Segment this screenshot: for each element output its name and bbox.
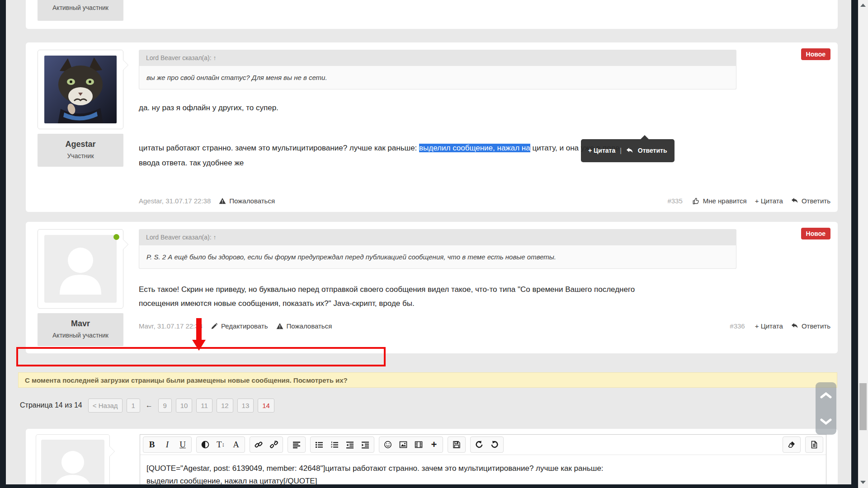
text-selection: выделил сообщение, нажал на bbox=[419, 144, 530, 152]
align-group bbox=[288, 436, 306, 453]
bold-button[interactable]: B bbox=[144, 438, 160, 451]
page-edge-right bbox=[851, 0, 858, 488]
indent-button[interactable] bbox=[358, 438, 373, 451]
unordered-list-button[interactable] bbox=[311, 438, 327, 451]
bbcode-group bbox=[805, 436, 823, 453]
username[interactable]: Agestar bbox=[40, 140, 121, 149]
alignment-button[interactable] bbox=[289, 438, 304, 451]
outdent-button[interactable] bbox=[342, 438, 358, 451]
scrollbar-thumb[interactable] bbox=[859, 383, 867, 430]
save-icon bbox=[453, 441, 461, 449]
eraser-icon bbox=[788, 441, 796, 449]
page-button-13[interactable]: 13 bbox=[237, 399, 254, 413]
quote-block: Lord Beaver сказал(а): ↑ P. S. 2 А ещё б… bbox=[139, 229, 736, 269]
scroll-down-button[interactable] bbox=[820, 418, 832, 425]
link-icon bbox=[255, 441, 263, 449]
report-link[interactable]: Пожаловаться bbox=[219, 197, 275, 205]
like-label: Мне нравится bbox=[703, 197, 747, 205]
new-messages-alert[interactable]: С момента последней загрузки страницы бы… bbox=[18, 372, 837, 388]
post-message: Lord Beaver сказал(а): ↑ P. S. 2 А ещё б… bbox=[139, 229, 830, 330]
reply-icon bbox=[791, 323, 798, 330]
editor-textarea[interactable]: [QUOTE="Agestar, post: 6139049, member: … bbox=[140, 455, 826, 484]
avatar-placeholder bbox=[41, 440, 104, 484]
pagination-ellipsis-arrow: ← bbox=[144, 401, 154, 409]
bbcode-button[interactable] bbox=[807, 438, 822, 451]
smilies-button[interactable] bbox=[380, 438, 396, 451]
quote-link[interactable]: + Цитата bbox=[755, 322, 783, 330]
scrollbar-down-icon[interactable] bbox=[860, 481, 866, 484]
annotation-arrow-shaft bbox=[196, 318, 202, 341]
insert-button[interactable]: + bbox=[426, 438, 442, 451]
current-page-button[interactable]: 14 bbox=[258, 399, 274, 413]
user-info-block: Agestar Участник bbox=[38, 134, 123, 167]
post-footer: Agestar, 31.07.17 22:38 Пожаловаться #33… bbox=[139, 197, 830, 205]
image-button[interactable] bbox=[396, 438, 411, 451]
font-family-button[interactable]: A bbox=[228, 438, 244, 451]
alignment-icon bbox=[292, 441, 301, 449]
page-button-12[interactable]: 12 bbox=[217, 399, 233, 413]
back-button[interactable]: < Назад bbox=[88, 399, 123, 413]
underline-button[interactable]: U bbox=[175, 438, 190, 451]
pencil-icon bbox=[211, 323, 218, 330]
user-column: Agestar Участник bbox=[38, 50, 123, 167]
pagination: Страница 14 из 14 < Назад 1 ← 9 10 11 12… bbox=[20, 398, 851, 413]
post-number[interactable]: #335 bbox=[667, 197, 682, 205]
reply-link[interactable]: Ответить bbox=[791, 322, 830, 330]
bubble-arrow bbox=[109, 446, 114, 456]
annotation-arrow bbox=[192, 318, 206, 351]
edit-link[interactable]: Редактировать bbox=[211, 322, 268, 330]
save-draft-button[interactable] bbox=[449, 438, 464, 451]
user-title: Участник bbox=[40, 152, 121, 160]
remove-formatting-button[interactable] bbox=[784, 438, 799, 451]
media-button[interactable] bbox=[411, 438, 426, 451]
online-indicator bbox=[113, 234, 119, 240]
unlink-button[interactable] bbox=[266, 438, 282, 451]
page-status: Страница 14 из 14 bbox=[20, 401, 82, 409]
link-button[interactable] bbox=[251, 438, 266, 451]
page-button-9[interactable]: 9 bbox=[158, 399, 172, 413]
browser-scrollbar[interactable] bbox=[858, 0, 868, 488]
quote-link[interactable]: + Цитата bbox=[755, 197, 783, 205]
post-number[interactable]: #336 bbox=[730, 322, 745, 330]
ordered-list-button[interactable] bbox=[327, 438, 342, 451]
user-column: Mavr Активный участник bbox=[38, 229, 123, 346]
tooltip-quote-button[interactable]: + Цитата bbox=[588, 143, 615, 158]
thumbs-up-icon bbox=[693, 197, 700, 205]
reply-label: Ответить bbox=[802, 322, 830, 330]
tooltip-reply-button[interactable]: Ответить bbox=[638, 143, 667, 158]
selection-tooltip: + Цитата | Ответить bbox=[581, 139, 675, 162]
report-link[interactable]: Пожаловаться bbox=[276, 322, 332, 330]
warning-icon bbox=[276, 323, 283, 330]
draft-group bbox=[448, 436, 466, 453]
post-paragraph: Есть такое! Скрин не приведу, но букваль… bbox=[139, 282, 830, 310]
reply-link[interactable]: Ответить bbox=[791, 197, 830, 205]
indent-icon bbox=[361, 441, 369, 449]
editor-avatar-frame bbox=[36, 434, 110, 484]
username[interactable]: Mavr bbox=[40, 319, 121, 328]
page-button-10[interactable]: 10 bbox=[176, 399, 193, 413]
reply-icon bbox=[626, 147, 633, 155]
new-badge: Новое bbox=[801, 48, 830, 60]
italic-button[interactable]: I bbox=[160, 438, 175, 451]
quote-header-link[interactable]: Lord Beaver сказал(а): ↑ bbox=[139, 229, 736, 245]
report-label: Пожаловаться bbox=[229, 197, 275, 205]
clean-group bbox=[783, 436, 801, 453]
quote-header-link[interactable]: Lord Beaver сказал(а): ↑ bbox=[139, 50, 736, 66]
scrollbar-up-icon[interactable] bbox=[860, 4, 866, 7]
like-link[interactable]: Мне нравится bbox=[693, 197, 747, 205]
avatar-frame bbox=[38, 229, 123, 309]
editor-toolbar: B I U T↕ A bbox=[140, 435, 826, 455]
redo-button[interactable] bbox=[487, 438, 502, 451]
annotation-arrow-head bbox=[192, 340, 206, 351]
avatar-cat[interactable] bbox=[44, 56, 117, 123]
undo-button[interactable] bbox=[472, 438, 487, 451]
avatar-placeholder[interactable] bbox=[44, 235, 117, 303]
reply-label: Ответить bbox=[802, 197, 830, 205]
font-size-button[interactable]: T↕ bbox=[213, 438, 228, 451]
page-button-1[interactable]: 1 bbox=[127, 399, 140, 413]
post-byline[interactable]: Agestar, 31.07.17 22:38 bbox=[139, 197, 211, 205]
scroll-widget bbox=[816, 382, 836, 435]
text-color-button[interactable] bbox=[198, 438, 213, 451]
scroll-up-button[interactable] bbox=[820, 392, 832, 399]
page-button-11[interactable]: 11 bbox=[196, 399, 212, 413]
